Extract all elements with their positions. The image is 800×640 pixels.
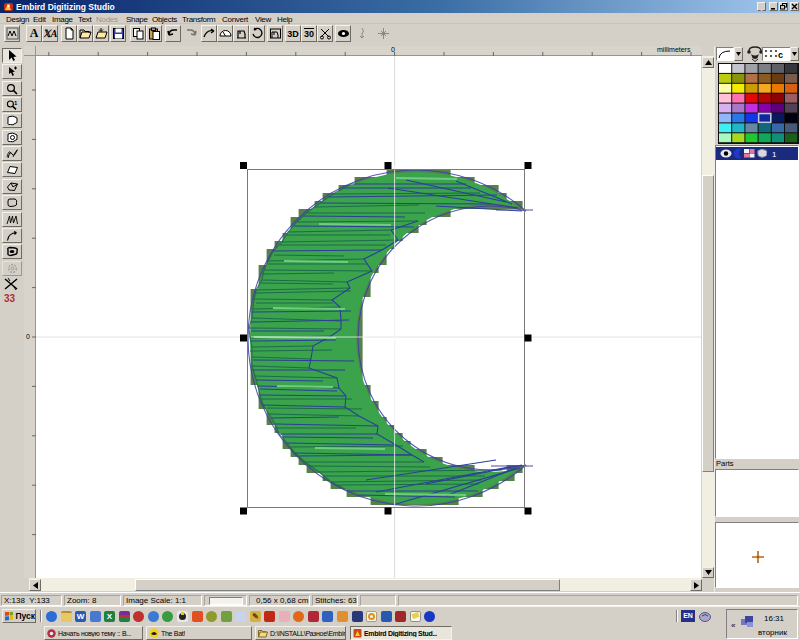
svg-text:c: c: [778, 50, 783, 60]
svg-text:1: 1: [14, 100, 18, 106]
